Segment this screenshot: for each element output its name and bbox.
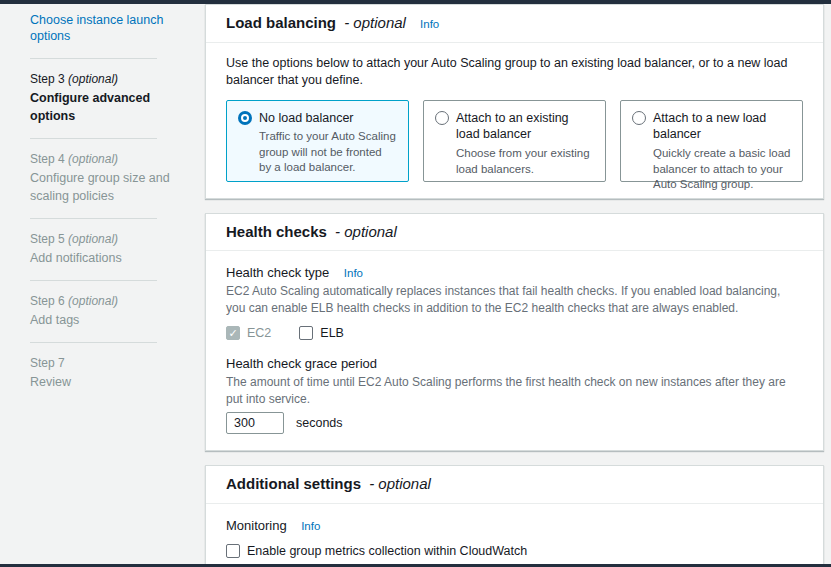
info-link[interactable]: Info xyxy=(420,18,439,30)
grace-period-description: The amount of time until EC2 Auto Scalin… xyxy=(226,374,803,407)
step-title: Configure group size and scaling policie… xyxy=(30,169,180,205)
option-title: Attach to a new load balancer xyxy=(653,110,791,144)
check-icon: ✓ xyxy=(228,328,237,339)
grace-period-unit: seconds xyxy=(296,416,343,430)
panel-optional-suffix: - optional xyxy=(335,223,397,240)
load-balancing-description: Use the options below to attach your Aut… xyxy=(226,55,803,90)
step-number: Step 7 xyxy=(30,356,65,370)
monitoring-checkbox-label: Enable group metrics collection within C… xyxy=(247,544,527,558)
sidebar-divider xyxy=(30,138,157,139)
sidebar-step-4: Step 4 (optional) Configure group size a… xyxy=(30,152,187,205)
grace-period-input[interactable] xyxy=(226,412,284,434)
radio-unselected-icon[interactable] xyxy=(632,111,646,125)
option-card-attach-existing-load-balancer[interactable]: Attach to an existing load balancer Choo… xyxy=(423,100,606,182)
info-link[interactable]: Info xyxy=(344,267,363,279)
sidebar-step-3: Step 3 (optional) Configure advanced opt… xyxy=(30,72,187,125)
option-description: Quickly create a basic load balancer to … xyxy=(653,146,791,193)
step-title: Add tags xyxy=(30,311,187,329)
step-optional-tag: (optional) xyxy=(68,294,118,308)
monitoring-label: Monitoring xyxy=(226,518,287,533)
elb-checkbox-label: ELB xyxy=(320,326,344,340)
step-number: Step 6 xyxy=(30,294,65,308)
option-title: No load balancer xyxy=(259,110,397,127)
sidebar-step-6: Step 6 (optional) Add tags xyxy=(30,294,187,329)
monitoring-checkbox-item[interactable]: Enable group metrics collection within C… xyxy=(226,544,803,558)
step-title: Review xyxy=(30,373,187,391)
additional-settings-header: Additional settings - optional xyxy=(206,466,823,504)
ec2-checkbox-item: ✓ EC2 xyxy=(226,326,271,340)
option-card-attach-new-load-balancer[interactable]: Attach to a new load balancer Quickly cr… xyxy=(620,100,803,182)
step-title: Add notifications xyxy=(30,249,187,267)
monitoring-checkbox-unchecked[interactable] xyxy=(226,544,240,558)
ec2-checkbox-checked-disabled: ✓ xyxy=(226,326,240,340)
health-check-type-label: Health check type xyxy=(226,265,329,280)
panel-title: Load balancing xyxy=(226,14,336,31)
additional-settings-panel: Additional settings - optional Monitorin… xyxy=(205,465,824,567)
step-optional-tag: (optional) xyxy=(68,152,118,166)
sidebar-divider xyxy=(30,280,157,281)
elb-checkbox-unchecked[interactable] xyxy=(299,326,313,340)
radio-selected-icon[interactable] xyxy=(238,111,252,125)
step-optional-tag: (optional) xyxy=(68,72,118,86)
sidebar-item-choose-instance-launch-options[interactable]: Choose instance launch options xyxy=(30,12,187,45)
health-check-type-choices: ✓ EC2 ELB xyxy=(226,326,803,340)
radio-unselected-icon[interactable] xyxy=(435,111,449,125)
load-balancer-options: No load balancer Traffic to your Auto Sc… xyxy=(226,100,803,182)
sidebar-divider xyxy=(30,342,157,343)
health-checks-header: Health checks - optional xyxy=(206,214,823,252)
option-description: Traffic to your Auto Scaling group will … xyxy=(259,129,397,176)
step-number: Step 3 xyxy=(30,72,65,86)
ec2-checkbox-label: EC2 xyxy=(247,326,271,340)
panel-optional-suffix: - optional xyxy=(369,475,431,492)
option-card-no-load-balancer[interactable]: No load balancer Traffic to your Auto Sc… xyxy=(226,100,409,182)
step-number: Step 5 xyxy=(30,232,65,246)
step-number: Step 4 xyxy=(30,152,65,166)
health-check-type-description: EC2 Auto Scaling automatically replaces … xyxy=(226,283,803,316)
option-title: Attach to an existing load balancer xyxy=(456,110,594,144)
step-title: Configure advanced options xyxy=(30,89,187,125)
sidebar-divider xyxy=(30,218,157,219)
elb-checkbox-item[interactable]: ELB xyxy=(299,326,344,340)
grace-period-label: Health check grace period xyxy=(226,356,377,371)
panel-title: Additional settings xyxy=(226,475,361,492)
wizard-steps-sidebar: Choose instance launch options Step 3 (o… xyxy=(0,4,205,391)
panel-optional-suffix: - optional xyxy=(344,14,406,31)
sidebar-step-5: Step 5 (optional) Add notifications xyxy=(30,232,187,267)
health-checks-panel: Health checks - optional Health check ty… xyxy=(205,213,824,452)
wizard-content: Load balancing - optional Info Use the o… xyxy=(205,4,831,567)
sidebar-divider xyxy=(30,58,157,59)
step-optional-tag: (optional) xyxy=(68,232,118,246)
panel-title: Health checks xyxy=(226,223,327,240)
option-description: Choose from your existing load balancers… xyxy=(456,146,594,177)
info-link[interactable]: Info xyxy=(301,520,320,532)
load-balancing-panel: Load balancing - optional Info Use the o… xyxy=(205,4,824,199)
sidebar-step-7: Step 7 Review xyxy=(30,356,187,391)
load-balancing-header: Load balancing - optional Info xyxy=(206,5,823,43)
